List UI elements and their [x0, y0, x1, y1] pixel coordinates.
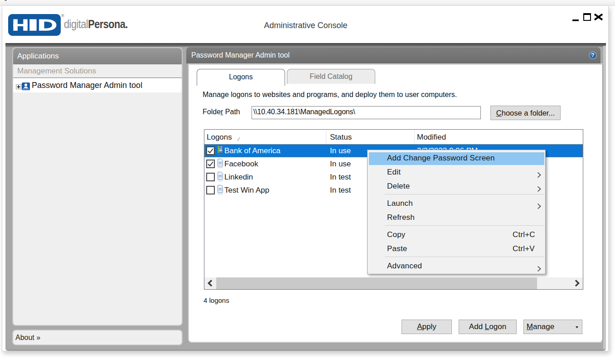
svg-text:?: ?	[591, 52, 594, 58]
